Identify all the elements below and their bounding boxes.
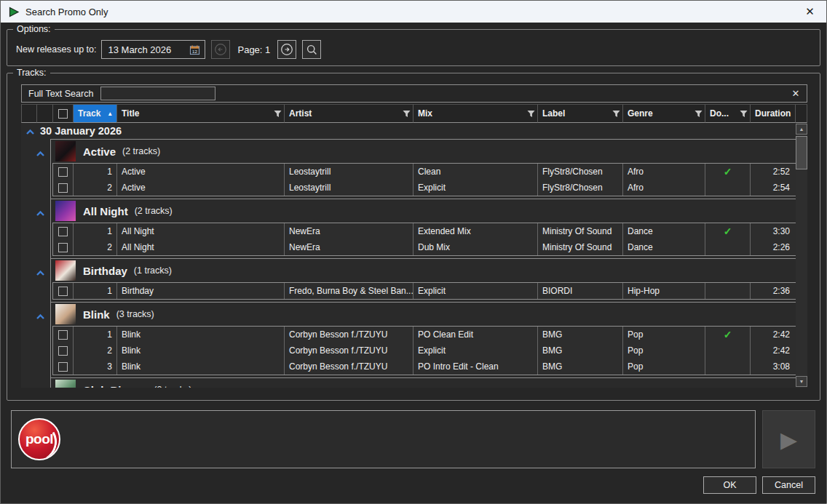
track-checkbox[interactable]	[58, 183, 68, 193]
mix-cell: PO Intro Edit - Clean	[414, 359, 538, 375]
track-row[interactable]: 3BlinkCorbyn Besson f./TZUYUPO Intro Edi…	[53, 359, 796, 375]
artist-cell: Leostaytrill	[285, 180, 414, 196]
album-track-count: (2 tracks)	[135, 206, 173, 216]
track-checkbox-cell	[53, 283, 74, 299]
column-header-duration[interactable]: Duration	[751, 104, 796, 123]
track-checkbox[interactable]	[58, 362, 68, 372]
track-number-cell: 1	[74, 223, 117, 239]
album-group-box: Active(2 tracks)1ActiveLeostaytrillClean…	[50, 139, 796, 199]
column-header-label: Track	[78, 108, 100, 119]
duration-cell: 2:52	[751, 164, 796, 180]
artist-cell: Corbyn Besson f./TZUYU	[285, 359, 414, 375]
scroll-down-button[interactable]: ▼	[796, 376, 807, 387]
duration-cell: 3:30	[751, 223, 796, 239]
track-row[interactable]: 2All NightNewEraDub MixMinistry Of Sound…	[53, 239, 796, 255]
options-groupbox: Options: New releases up to: 13 March 20…	[7, 24, 820, 66]
track-checkbox[interactable]	[58, 243, 68, 252]
downloaded-cell: ✓	[705, 327, 751, 343]
track-checkbox[interactable]	[58, 330, 68, 340]
track-checkbox-cell	[53, 164, 74, 180]
collapse-chevron-icon[interactable]	[21, 127, 39, 135]
track-checkbox[interactable]	[58, 227, 68, 236]
resize-grip[interactable]	[823, 500, 824, 501]
album-chevron-column	[21, 139, 50, 199]
collapse-chevron-icon[interactable]	[36, 385, 45, 388]
album-name: Club Bizarre	[83, 384, 147, 388]
track-row[interactable]: 1All NightNewEraExtended MixMinistry Of …	[53, 223, 796, 239]
next-page-button[interactable]	[277, 40, 296, 59]
label-cell: BMG	[538, 327, 623, 343]
column-header-do[interactable]: Do...	[705, 104, 751, 123]
title-cell: Blink	[117, 343, 285, 359]
filter-funnel-icon[interactable]	[527, 110, 535, 118]
column-header-track[interactable]: Track▲	[74, 104, 117, 123]
search-bar-close-button[interactable]: ✕	[785, 85, 807, 102]
album-tracks-box: 1All NightNewEraExtended MixMinistry Of …	[52, 223, 796, 256]
previous-page-button[interactable]	[211, 40, 230, 59]
filter-funnel-icon[interactable]	[403, 110, 411, 118]
album-track-count: (2 tracks)	[122, 146, 160, 156]
full-text-search-input[interactable]	[100, 87, 215, 100]
mix-cell: Dub Mix	[414, 239, 538, 255]
collapse-chevron-icon[interactable]	[36, 147, 45, 199]
filter-funnel-icon[interactable]	[740, 110, 748, 118]
collapse-chevron-icon[interactable]	[36, 310, 45, 377]
track-checkbox[interactable]	[58, 167, 68, 177]
tracks-groupbox: Tracks: Full Text Search ✕ Track▲TitleAr…	[7, 68, 820, 401]
album-header-row[interactable]: Active(2 tracks)	[52, 140, 796, 163]
calendar-icon[interactable]: 12	[189, 44, 200, 55]
album-chevron-column	[21, 258, 50, 302]
track-checkbox[interactable]	[58, 346, 68, 356]
genre-cell: Dance	[623, 223, 705, 239]
filter-funnel-icon[interactable]	[695, 110, 703, 118]
column-header-artist[interactable]: Artist	[285, 104, 414, 123]
genre-cell: Hip-Hop	[623, 283, 705, 299]
column-header-title[interactable]: Title	[117, 104, 285, 123]
album-group: Active(2 tracks)1ActiveLeostaytrillClean…	[21, 139, 796, 199]
header-indent-spacer	[21, 104, 37, 123]
filter-funnel-icon[interactable]	[274, 110, 282, 118]
select-all-checkbox[interactable]	[58, 109, 68, 119]
date-group-row[interactable]: 30 January 2026	[21, 123, 796, 139]
vertical-scrollbar[interactable]: ▲ ▼	[796, 123, 807, 388]
search-button[interactable]	[302, 40, 321, 59]
album-tracks-box: 1BlinkCorbyn Besson f./TZUYUPO Clean Edi…	[52, 326, 796, 375]
track-checkbox[interactable]	[58, 287, 68, 296]
downloaded-cell	[705, 239, 751, 255]
column-header-mix[interactable]: Mix	[414, 104, 538, 123]
date-picker-field[interactable]: 13 March 2026 12	[101, 40, 205, 59]
column-header-genre[interactable]: Genre	[623, 104, 705, 123]
date-value: 13 March 2026	[108, 44, 189, 55]
title-cell: Birthday	[117, 283, 285, 299]
collapse-chevron-icon[interactable]	[36, 207, 45, 258]
track-row[interactable]: 1BlinkCorbyn Besson f./TZUYUPO Clean Edi…	[53, 327, 796, 343]
album-header-row[interactable]: Birthday(1 tracks)	[52, 259, 796, 282]
album-group-box: Club Bizarre(2 tracks)	[50, 377, 796, 388]
album-header-row[interactable]: Club Bizarre(2 tracks)	[52, 378, 796, 388]
filter-funnel-icon[interactable]	[612, 110, 620, 118]
preview-play-button[interactable]: ▶	[762, 410, 815, 468]
downloaded-check-icon: ✓	[724, 225, 732, 237]
collapse-chevron-icon[interactable]	[36, 266, 45, 302]
album-track-count: (3 tracks)	[116, 309, 154, 319]
track-row[interactable]: 1ActiveLeostaytrillCleanFlyStr8/ChosenAf…	[53, 164, 796, 180]
track-row[interactable]: 1BirthdayFredo, Burna Boy & Steel Ban...…	[53, 283, 796, 299]
scroll-up-button[interactable]: ▲	[796, 124, 807, 135]
downloaded-cell: ✓	[705, 164, 751, 180]
tracks-table: Full Text Search ✕ Track▲TitleArtistMixL…	[21, 84, 807, 388]
column-header-label[interactable]: Label	[538, 104, 623, 123]
album-header-row[interactable]: Blink(3 tracks)	[52, 303, 796, 326]
window-close-button[interactable]: ✕	[794, 1, 826, 23]
track-row[interactable]: 2ActiveLeostaytrillExplicitFlyStr8/Chose…	[53, 180, 796, 196]
album-header-row[interactable]: All Night(2 tracks)	[52, 199, 796, 223]
downloaded-cell	[705, 359, 751, 375]
track-number-cell: 2	[74, 343, 117, 359]
album-art-thumbnail	[55, 304, 76, 324]
album-name: Active	[83, 145, 116, 158]
scrollbar-thumb[interactable]	[796, 136, 807, 169]
track-checkbox-cell	[53, 343, 74, 359]
album-chevron-column	[21, 199, 50, 258]
cancel-button[interactable]: Cancel	[762, 476, 815, 494]
track-row[interactable]: 2BlinkCorbyn Besson f./TZUYUExplicitBMGP…	[53, 343, 796, 359]
ok-button[interactable]: OK	[703, 476, 756, 494]
